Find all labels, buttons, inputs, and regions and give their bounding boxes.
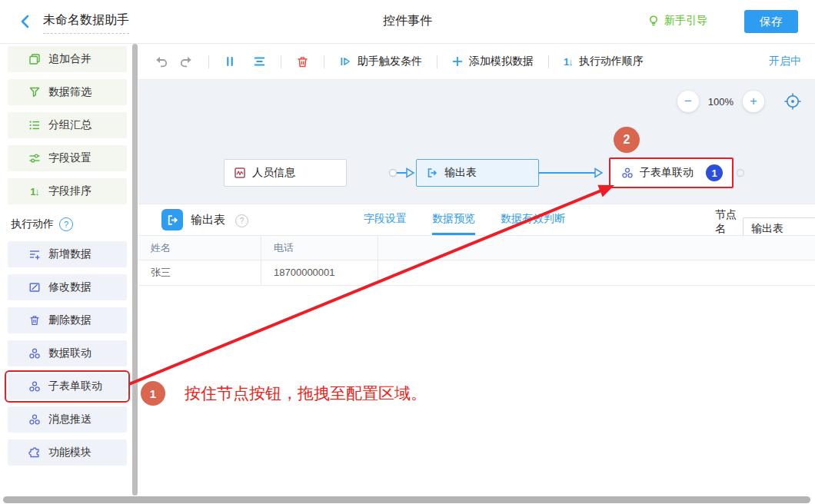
data-preview-table: 姓名 电话 张三 18700000001: [138, 235, 815, 286]
sidebar-item-subform-link[interactable]: 子表单联动: [8, 373, 127, 400]
sidebar-item-label: 数据筛选: [48, 85, 91, 99]
node-output-table[interactable]: 输出表: [416, 159, 539, 187]
sort-order-icon: 1↓: [564, 56, 573, 68]
sidebar-item-label: 修改数据: [48, 280, 91, 294]
tab-data-preview[interactable]: 数据预览: [432, 204, 475, 235]
sidebar-item-label: 子表单联动: [48, 380, 102, 393]
module-icon: [28, 446, 41, 459]
add-mock-data-button[interactable]: 添加模拟数据: [452, 55, 534, 68]
toolbar-divider: [324, 55, 324, 68]
table-cell: 张三: [138, 260, 261, 285]
sidebar-item-delete-data[interactable]: 删除数据: [8, 307, 127, 333]
add-mock-data-label: 添加模拟数据: [469, 55, 534, 68]
edit-icon: [28, 281, 41, 293]
sidebar-item-data-filter[interactable]: 数据筛选: [8, 79, 127, 105]
trash-icon[interactable]: [296, 55, 309, 68]
tab-field-settings[interactable]: 字段设置: [364, 204, 407, 235]
action-order-label: 执行动作顺序: [579, 55, 644, 68]
trigger-condition-button[interactable]: 助手触发条件: [339, 55, 422, 68]
output-table-icon: [161, 209, 183, 230]
sidebar-item-edit-data[interactable]: 修改数据: [8, 274, 127, 300]
sidebar-item-label: 删除数据: [48, 313, 91, 327]
sidebar-item-label: 数据联动: [48, 346, 91, 360]
canvas-toolbar: 助手触发条件 添加模拟数据 1↓ 执行动作顺序 开启中: [138, 44, 815, 80]
sidebar-item-append-merge[interactable]: 追加合并: [8, 46, 127, 72]
distribute-icon[interactable]: [224, 55, 236, 68]
node-label: 人员信息: [252, 166, 295, 180]
subform-link-icon: [28, 380, 41, 393]
add-data-icon: [28, 248, 41, 260]
undo-icon[interactable]: [154, 55, 168, 68]
filter-icon: [28, 86, 41, 98]
sidebar-item-add-data[interactable]: 新增数据: [8, 241, 127, 267]
merge-icon: [28, 53, 41, 65]
sidebar-item-message-push[interactable]: 消息推送: [8, 406, 127, 433]
assistant-title[interactable]: 未命名数据助手: [43, 12, 129, 34]
section-title: 执行动作: [11, 217, 54, 231]
status-toggle[interactable]: 开启中: [769, 55, 801, 68]
tutorial-annotation: 1 按住节点按钮，拖拽至配置区域。: [141, 381, 427, 406]
top-bar: 未命名数据助手 控件事件 新手引导 保存: [0, 0, 815, 44]
group-icon: [28, 119, 41, 131]
sidebar-item-label: 分组汇总: [48, 118, 91, 132]
sidebar-item-label: 字段设置: [48, 151, 91, 165]
sidebar-item-label: 追加合并: [48, 52, 91, 66]
zoom-out-button[interactable]: −: [677, 91, 699, 112]
table-cell: [378, 260, 815, 285]
main-area: 助手触发条件 添加模拟数据 1↓ 执行动作顺序 开启中 − 100%: [138, 44, 815, 504]
panel-tabs: 字段设置 数据预览 数据有效判断: [364, 204, 565, 235]
table-row: 张三 18700000001: [138, 260, 815, 286]
sidebar-item-data-link[interactable]: 数据联动: [8, 340, 127, 366]
toolbar-divider: [281, 55, 281, 68]
trigger-play-icon: [339, 55, 351, 68]
sidebar-item-field-sort[interactable]: 1↓ 字段排序: [8, 178, 127, 204]
flow-canvas[interactable]: − 100% + 人员信息 输出表 子表单联动 1 2: [138, 80, 815, 204]
step-2-badge: 2: [614, 127, 640, 153]
section-execute-actions: 执行动作 ?: [11, 217, 138, 231]
align-icon[interactable]: [253, 55, 266, 68]
lightbulb-icon: [647, 15, 660, 27]
toolbar-divider: [548, 55, 549, 68]
sidebar: 追加合并 数据筛选 分组汇总 字段设置 1↓ 字段排序 执行动作 ? 新增数据: [0, 44, 138, 504]
column-header: [378, 236, 815, 260]
step-1-badge: 1: [141, 381, 165, 406]
guide-label: 新手引导: [664, 14, 707, 28]
node-config-panel: 输出表 ? 字段设置 数据预览 数据有效判断 节点名称： 姓名 电话 张三 18…: [138, 204, 815, 504]
tab-data-validity[interactable]: 数据有效判断: [501, 204, 565, 235]
toolbar-divider: [208, 55, 209, 68]
redo-icon[interactable]: [179, 55, 194, 68]
trigger-condition-label: 助手触发条件: [358, 55, 422, 68]
delete-icon: [28, 314, 41, 327]
plus-icon: [452, 56, 463, 67]
help-icon[interactable]: ?: [59, 217, 73, 231]
save-button[interactable]: 保存: [744, 10, 798, 33]
sidebar-item-label: 字段排序: [48, 184, 91, 198]
sidebar-item-function-module[interactable]: 功能模块: [8, 439, 127, 466]
toolbar-divider: [437, 55, 437, 68]
sidebar-item-group-summary[interactable]: 分组汇总: [8, 112, 127, 138]
export-icon: [426, 167, 438, 179]
form-pulse-icon: [234, 167, 246, 179]
zoom-in-button[interactable]: +: [743, 91, 764, 112]
node-label: 输出表: [444, 166, 477, 180]
page-title: 控件事件: [383, 13, 432, 29]
horizontal-scrollbar[interactable]: [3, 496, 810, 503]
sort-icon: 1↓: [28, 185, 41, 197]
sidebar-scrollbar[interactable]: [132, 44, 138, 496]
help-icon[interactable]: ?: [235, 214, 248, 227]
field-settings-icon: [28, 152, 41, 164]
back-icon[interactable]: [18, 15, 31, 28]
data-link-icon: [28, 347, 41, 360]
locate-icon[interactable]: [783, 91, 803, 111]
annotation-text: 按住节点按钮，拖拽至配置区域。: [185, 383, 427, 404]
beginner-guide-link[interactable]: 新手引导: [647, 14, 707, 28]
message-push-icon: [28, 413, 41, 426]
sidebar-item-field-settings[interactable]: 字段设置: [8, 145, 127, 171]
node-person-info[interactable]: 人员信息: [224, 159, 347, 187]
zoom-level: 100%: [708, 96, 734, 108]
sidebar-item-label: 新增数据: [48, 247, 91, 261]
action-order-button[interactable]: 1↓ 执行动作顺序: [564, 55, 644, 68]
subform-link-icon: [621, 167, 634, 179]
node-subform-link[interactable]: 子表单联动 1: [609, 158, 734, 188]
column-header: 姓名: [138, 236, 261, 260]
